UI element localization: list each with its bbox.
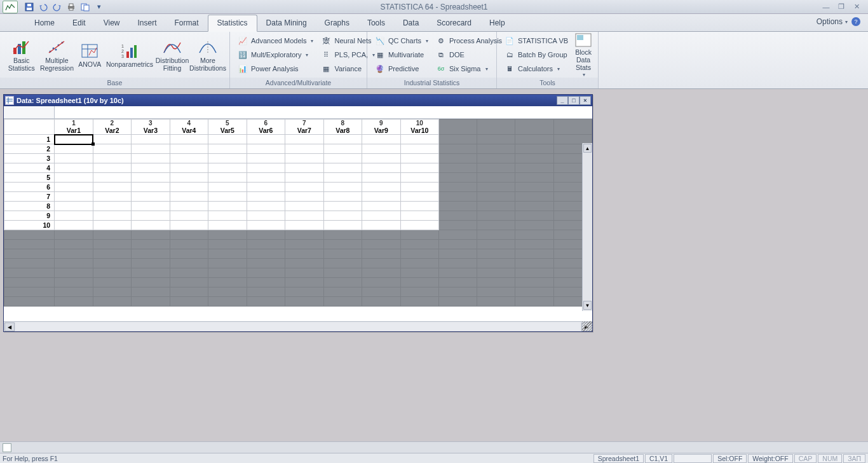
column-header[interactable]: 6Var6 [247,120,285,135]
cell[interactable] [400,202,439,211]
active-cell[interactable] [55,135,93,144]
help-icon[interactable]: ? [851,17,860,26]
cell[interactable] [132,221,170,230]
cell[interactable] [323,163,362,173]
column-header[interactable]: 5Var5 [208,120,247,135]
block-data-stats-button[interactable]: Block Data Stats▾ [572,34,595,76]
cell[interactable] [170,221,208,230]
column-header[interactable]: 7Var7 [285,120,323,135]
status-cell[interactable]: C1,V1 [645,454,672,463]
cell[interactable] [323,192,362,202]
advanced-models-button[interactable]: 📈Advanced Models▾ [235,34,316,47]
cell[interactable] [247,144,285,154]
cell[interactable] [323,183,362,192]
cell[interactable] [132,173,170,183]
cell[interactable] [93,211,131,221]
cell[interactable] [323,154,362,163]
row-header[interactable]: 4 [4,163,55,173]
close-button[interactable]: ✕ [851,3,862,11]
cell[interactable] [285,221,323,230]
scroll-left-icon[interactable]: ◀ [4,322,15,331]
cell[interactable] [362,221,400,230]
cell[interactable] [170,211,208,221]
add-to-workbook-icon[interactable] [80,2,90,12]
power-analysis-button[interactable]: 📊Power Analysis [235,62,316,75]
column-header[interactable]: 10Var10 [400,120,439,135]
cell[interactable] [93,144,131,154]
doc-minimize-button[interactable]: _ [557,96,568,105]
cell[interactable] [132,211,170,221]
cell[interactable] [285,202,323,211]
cell[interactable] [323,211,362,221]
cell[interactable] [400,173,439,183]
cell[interactable] [55,163,93,173]
cell[interactable] [93,192,131,202]
cell[interactable] [208,135,247,144]
cell[interactable] [208,192,247,202]
horizontal-scrollbar[interactable]: ◀ ▶ [4,321,592,331]
status-sheet[interactable]: Spreadsheet1 [593,454,644,463]
cell[interactable] [323,202,362,211]
print-icon[interactable] [66,2,76,12]
vertical-scrollbar[interactable]: ▲ ▼ [582,143,592,311]
redo-icon[interactable] [52,2,62,12]
cell[interactable] [285,144,323,154]
anova-button[interactable]: ANOVA [74,34,105,76]
cell[interactable] [400,135,439,144]
cell[interactable] [132,154,170,163]
cell[interactable] [170,144,208,154]
cell[interactable] [132,144,170,154]
cell[interactable] [285,163,323,173]
cell[interactable] [93,173,131,183]
cell[interactable] [208,154,247,163]
row-header[interactable]: 6 [4,183,55,192]
undo-icon[interactable] [38,2,48,12]
row-header[interactable]: 2 [4,144,55,154]
tab-scorecard[interactable]: Scorecard [428,15,480,31]
cell[interactable] [247,154,285,163]
mult-exploratory-button[interactable]: 🔢Mult/Exploratory▾ [235,48,316,61]
doc-maximize-button[interactable]: □ [568,96,580,105]
cell[interactable] [247,163,285,173]
cell[interactable] [208,211,247,221]
cell[interactable] [323,221,362,230]
cell[interactable] [362,154,400,163]
doc-tab-icon[interactable] [3,443,11,452]
status-sel[interactable]: Sel:OFF [713,454,747,463]
save-icon[interactable] [24,2,34,12]
cell[interactable] [170,192,208,202]
sheet-area[interactable]: 1Var12Var23Var34Var45Var56Var67Var78Var8… [4,119,592,321]
doe-button[interactable]: ⧉DOE [433,48,505,61]
cell[interactable] [247,192,285,202]
cell[interactable] [170,202,208,211]
minimize-button[interactable]: — [821,3,831,11]
multivariate-button[interactable]: ▦Multivariate [372,48,431,61]
cell[interactable] [208,183,247,192]
row-header[interactable]: 7 [4,192,55,202]
nonparametrics-button[interactable]: 123Nonparametrics [105,34,154,76]
column-header[interactable]: 8Var8 [323,120,362,135]
row-header[interactable]: 9 [4,211,55,221]
doc-close-button[interactable]: × [580,96,591,105]
cell[interactable] [400,154,439,163]
cell[interactable] [55,183,93,192]
cell[interactable] [170,173,208,183]
cell[interactable] [400,192,439,202]
cell[interactable] [285,135,323,144]
tab-help[interactable]: Help [480,15,514,31]
qc-charts-button[interactable]: 📉QC Charts▾ [372,34,431,47]
cell[interactable] [247,221,285,230]
cell[interactable] [93,135,131,144]
cell[interactable] [285,173,323,183]
cell[interactable] [208,144,247,154]
cell[interactable] [55,154,93,163]
more-distributions-button[interactable]: More Distributions [190,34,226,76]
row-header[interactable]: 10 [4,221,55,230]
cell[interactable] [132,192,170,202]
cell[interactable] [93,183,131,192]
doc-titlebar[interactable]: Data: Spreadsheet1 (10v by 10c) _ □ × [4,95,592,106]
column-header[interactable]: 1Var1 [55,120,93,135]
cell[interactable] [362,173,400,183]
batch-by-group-button[interactable]: 🗂Batch By Group [502,48,571,61]
app-icon[interactable] [3,1,18,13]
